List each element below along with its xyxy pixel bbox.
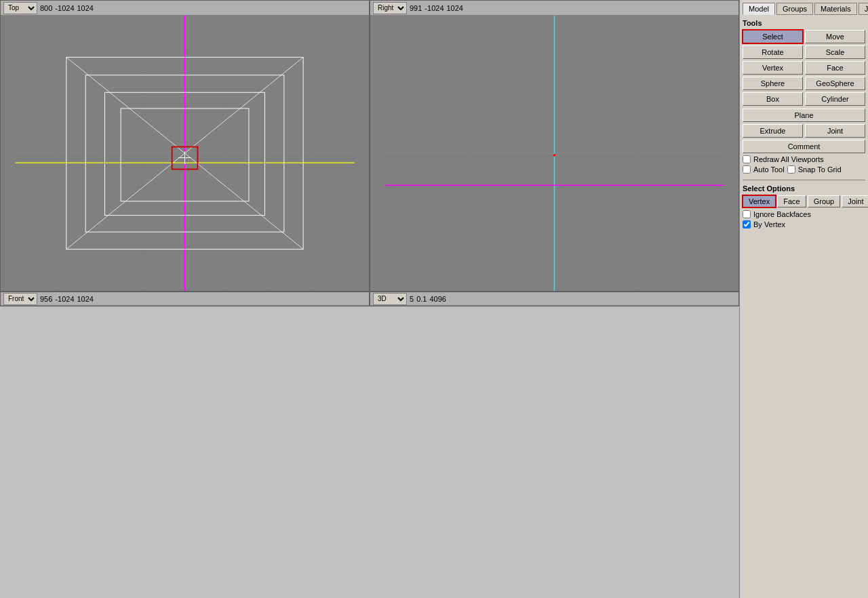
viewport-top-left-header: Top Front Right 3D 800 -1024 1024: [1, 1, 369, 16]
svg-line-20: [66, 57, 185, 153]
tool-plane-button[interactable]: Plane: [743, 108, 865, 122]
viewport-top-right[interactable]: Right Top Front 3D 991 -1024 1024: [370, 0, 739, 292]
tool-cylinder-button[interactable]: Cylinder: [805, 92, 865, 106]
checkbox-snap-row: Snap To Grid: [787, 165, 842, 174]
autotool-label: Auto Tool: [753, 165, 785, 174]
viewport-bottom-left-view-select[interactable]: Front Top Right 3D: [3, 293, 37, 305]
viewport-top-left-view-select[interactable]: Top Front Right 3D: [3, 2, 37, 14]
viewport-top-left-y: -1024: [55, 4, 74, 12]
tool-joint-button[interactable]: Joint: [805, 124, 865, 138]
viewport-bottom-right-header: 3D Top Front Right 5 0.1 4096: [370, 292, 738, 306]
viewport-top-right-svg: [370, 16, 738, 291]
viewport-bottom-right[interactable]: 3D Top Front Right 5 0.1 4096: [370, 292, 739, 306]
snap-label: Snap To Grid: [798, 165, 842, 174]
select-opt-joint-button[interactable]: Joint: [842, 195, 868, 207]
by-vertex-checkbox[interactable]: [743, 220, 751, 228]
tab-joints[interactable]: Joints: [859, 3, 868, 15]
tool-extrude-button[interactable]: Extrude: [743, 124, 803, 138]
viewport-bottom-right-x: 5: [410, 295, 414, 303]
right-panel: Model Groups Materials Joints Tools Sele…: [739, 0, 868, 598]
select-opt-face-button[interactable]: Face: [777, 195, 806, 207]
redraw-checkbox[interactable]: [743, 155, 751, 163]
viewport-top-left-canvas[interactable]: [1, 16, 369, 291]
snap-checkbox[interactable]: [787, 165, 795, 174]
viewport-bottom-left[interactable]: Front Top Right 3D 956 -1024 1024: [0, 292, 370, 306]
tool-sphere-button[interactable]: Sphere: [743, 77, 803, 90]
tool-box-button[interactable]: Box: [743, 92, 803, 106]
viewport-bottom-left-y: -1024: [55, 295, 74, 303]
select-options-buttons: Vertex Face Group Joint: [743, 195, 865, 207]
svg-line-21: [185, 57, 304, 153]
viewport-top-right-header: Right Top Front 3D 991 -1024 1024: [370, 1, 738, 16]
autotool-checkbox[interactable]: [743, 165, 751, 174]
checkbox-by-vertex-row: By Vertex: [743, 220, 865, 228]
tools-label: Tools: [743, 19, 865, 27]
tool-comment-button[interactable]: Comment: [743, 140, 865, 153]
divider: [743, 180, 865, 180]
tab-groups[interactable]: Groups: [776, 3, 813, 15]
tool-scale-button[interactable]: Scale: [805, 45, 865, 59]
viewport-bottom-left-x: 956: [40, 295, 52, 303]
viewport-bottom-right-y: 0.1: [416, 295, 427, 303]
tool-select-button[interactable]: Select: [743, 30, 803, 43]
select-opt-group-button[interactable]: Group: [808, 195, 841, 207]
panel-tabs: Model Groups Materials Joints: [743, 3, 865, 15]
tab-materials[interactable]: Materials: [814, 3, 857, 15]
ignore-backfaces-checkbox[interactable]: [743, 210, 751, 218]
tool-vertex-button[interactable]: Vertex: [743, 61, 803, 75]
viewport-top-right-x: 991: [410, 4, 422, 12]
by-vertex-label: By Vertex: [753, 220, 785, 228]
viewport-top-right-view-select[interactable]: Right Top Front 3D: [373, 2, 407, 14]
tool-face-button[interactable]: Face: [805, 61, 865, 75]
svg-point-35: [553, 154, 556, 157]
viewport-top-left-svg: [1, 16, 369, 291]
viewport-bottom-right-view-select[interactable]: 3D Top Front Right: [373, 293, 407, 305]
redraw-label: Redraw All Viewports: [753, 155, 824, 163]
checkbox-redraw-row: Redraw All Viewports: [743, 155, 865, 163]
tool-geosphere-button[interactable]: GeoSphere: [805, 77, 865, 90]
main-layout: Top Front Right 3D 800 -1024 1024: [0, 0, 868, 598]
tab-model[interactable]: Model: [743, 3, 775, 15]
select-options-label: Select Options: [743, 184, 865, 193]
checkbox-autotool-row: Auto Tool: [743, 165, 785, 174]
tool-rotate-button[interactable]: Rotate: [743, 45, 803, 59]
viewport-bottom-left-header: Front Top Right 3D 956 -1024 1024: [1, 292, 369, 306]
ignore-backfaces-label: Ignore Backfaces: [753, 210, 811, 218]
viewport-bottom-left-z: 1024: [77, 295, 94, 303]
viewport-top-right-canvas[interactable]: [370, 16, 738, 291]
viewport-bottom-right-z: 4096: [429, 295, 446, 303]
tool-move-button[interactable]: Move: [805, 30, 865, 43]
select-opt-vertex-button[interactable]: Vertex: [743, 195, 776, 207]
viewport-top-left-x: 800: [40, 4, 52, 12]
viewports-area: Top Front Right 3D 800 -1024 1024: [0, 0, 739, 598]
viewport-top-right-z: 1024: [447, 4, 463, 12]
tools-grid: Select Move Rotate Scale Vertex Face Sph…: [743, 30, 865, 106]
viewport-top-left[interactable]: Top Front Right 3D 800 -1024 1024: [0, 0, 370, 292]
viewport-top-left-z: 1024: [77, 4, 94, 12]
checkbox-ignore-backfaces-row: Ignore Backfaces: [743, 210, 865, 218]
viewport-top-right-y: -1024: [425, 4, 443, 12]
